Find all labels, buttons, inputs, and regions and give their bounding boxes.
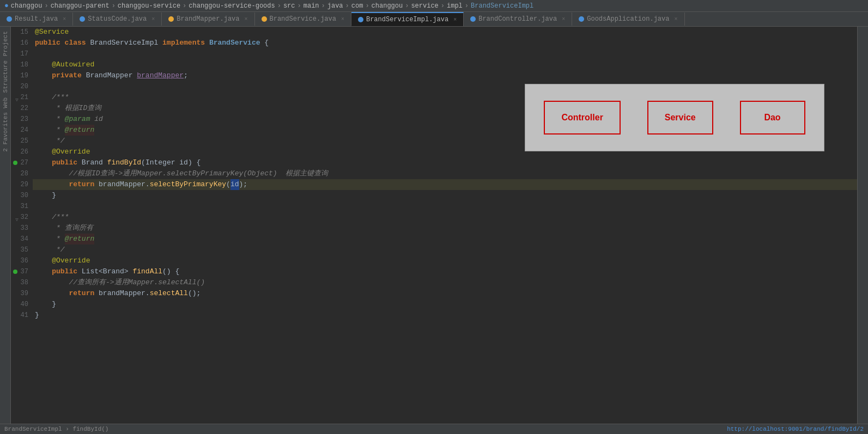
- line-num-20: 20: [11, 81, 28, 92]
- tab-brandservice-java[interactable]: BrandService.java ×: [255, 13, 351, 26]
- tab-close-brandmapper[interactable]: ×: [245, 16, 248, 22]
- title-bar: ● changgou › changgou-parent › changgou-…: [0, 0, 868, 12]
- sidebar-project[interactable]: Project: [2, 29, 9, 58]
- green-dot-37: [13, 270, 17, 274]
- tab-statuscode-java[interactable]: StatusCode.java ×: [73, 13, 162, 26]
- service-box[interactable]: Service: [647, 101, 713, 135]
- tab-bar: Result.java × StatusCode.java × BrandMap…: [0, 12, 868, 27]
- line-num-18: 18: [11, 59, 28, 70]
- breadcrumb-service: changgou-service: [118, 2, 180, 10]
- line-num-37: 37: [11, 266, 28, 277]
- breadcrumb-changgou2: changgou: [372, 2, 403, 10]
- breadcrumb-parent: changgou-parent: [51, 2, 110, 10]
- tab-result-java[interactable]: Result.java ×: [0, 13, 73, 26]
- code-line-40: }: [33, 299, 857, 310]
- line-num-22: 22: [11, 103, 28, 114]
- code-line-36: @Override: [33, 255, 857, 266]
- code-line-38: //查询所有->通用Mapper.selectAll(): [33, 277, 857, 288]
- line-num-38: 38: [11, 277, 28, 288]
- breadcrumb-impl: impl: [447, 2, 463, 10]
- code-line-31: [33, 201, 857, 212]
- bottom-url: http://localhost:9001/brand/findById/2: [727, 426, 864, 432]
- line-num-32: ▽32: [11, 212, 28, 223]
- line-num-36: 36: [11, 255, 28, 266]
- code-editor[interactable]: @Service public class BrandServiceImpl i…: [33, 27, 857, 424]
- line-num-39: 39: [11, 288, 28, 299]
- tab-close-brandcontroller[interactable]: ×: [562, 16, 565, 22]
- diagram-overlay: Controller Service Dao: [525, 84, 824, 151]
- left-sidebar: Project Structure Web 2 Favorites: [0, 27, 11, 424]
- sidebar-favorites[interactable]: 2 Favorites: [2, 110, 9, 154]
- line-num-25: 25: [11, 136, 28, 146]
- line-numbers: 151617181920▽2122232425262728293031▽3233…: [11, 27, 33, 424]
- tab-icon-brandcontroller: [470, 16, 476, 22]
- line-num-19: 19: [11, 70, 28, 81]
- tab-icon-result: [7, 16, 12, 22]
- line-num-23: 23: [11, 114, 28, 125]
- line-num-29: 29: [11, 179, 28, 190]
- code-line-32: /***: [33, 212, 857, 223]
- tab-icon-brandmapper: [168, 16, 174, 22]
- line-num-17: 17: [11, 48, 28, 59]
- line-num-40: 40: [11, 299, 28, 310]
- breadcrumb-svc: service: [411, 2, 438, 10]
- tab-icon-statuscode: [80, 16, 85, 22]
- tab-close-goodsapplication[interactable]: ×: [674, 16, 677, 22]
- line-num-35: 35: [11, 244, 28, 255]
- tab-close-statuscode[interactable]: ×: [151, 16, 155, 22]
- tab-close-brandservice[interactable]: ×: [341, 16, 344, 22]
- main-area: Project Structure Web 2 Favorites 151617…: [0, 27, 868, 424]
- code-line-18: @Autowired: [33, 59, 857, 70]
- breadcrumb-main: main: [304, 2, 319, 10]
- tab-brandmapper-java[interactable]: BrandMapper.java ×: [162, 13, 254, 26]
- code-line-27: public Brand findById(Integer id) {: [33, 157, 857, 168]
- controller-box[interactable]: Controller: [544, 101, 620, 135]
- code-line-30: }: [33, 190, 857, 201]
- line-num-21: ▽21: [11, 92, 28, 103]
- sidebar-structure[interactable]: Structure: [2, 58, 9, 95]
- tab-close-result[interactable]: ×: [63, 16, 66, 22]
- breadcrumb-changgou: changgou: [11, 2, 43, 10]
- tab-goodsapplication-java[interactable]: GoodsApplication.java ×: [572, 13, 684, 26]
- line-num-26: 26: [11, 146, 28, 157]
- code-line-29: return brandMapper.selectByPrimaryKey(id…: [33, 179, 857, 190]
- line-num-30: 30: [11, 190, 28, 201]
- bottom-bar: BrandServiceImpl › findById() http://loc…: [0, 424, 868, 434]
- green-dot-27: [13, 161, 17, 165]
- code-line-41: }: [33, 310, 857, 321]
- breadcrumb-java: java: [327, 2, 343, 10]
- code-line-33: * 查询所有: [33, 223, 857, 234]
- line-num-34: 34: [11, 234, 28, 244]
- project-icon: ●: [4, 2, 9, 10]
- code-line-35: */: [33, 244, 857, 255]
- line-num-15: 15: [11, 27, 28, 38]
- right-sidebar: [857, 27, 868, 424]
- tab-close-brandserviceimpl[interactable]: ×: [453, 17, 457, 23]
- code-line-17: [33, 48, 857, 59]
- code-line-28: //根据ID查询->通用Mapper.selectByPrimaryKey(Ob…: [33, 168, 857, 179]
- dao-box[interactable]: Dao: [740, 101, 805, 135]
- tab-brandcontroller-java[interactable]: BrandController.java ×: [464, 13, 572, 26]
- tab-icon-brandserviceimpl: [358, 17, 363, 22]
- code-line-15: @Service: [33, 27, 857, 38]
- line-num-27: 27: [11, 157, 28, 168]
- tab-brandserviceimpl-java[interactable]: BrandServiceImpl.java ×: [351, 12, 464, 26]
- line-num-41: 41: [11, 310, 28, 321]
- line-num-28: 28: [11, 168, 28, 179]
- fold-21[interactable]: ▽: [13, 95, 19, 100]
- code-line-16: public class BrandServiceImpl implements…: [33, 38, 857, 48]
- sidebar-web[interactable]: Web: [2, 95, 9, 111]
- code-content: @Service public class BrandServiceImpl i…: [33, 27, 857, 321]
- line-num-16: 16: [11, 38, 28, 48]
- breadcrumb-class: BrandServiceImpl: [471, 2, 533, 10]
- line-num-33: 33: [11, 223, 28, 234]
- tab-icon-brandservice: [262, 16, 267, 22]
- fold-32[interactable]: ▽: [13, 215, 19, 220]
- tab-icon-goodsapplication: [579, 16, 584, 22]
- line-num-31: 31: [11, 201, 28, 212]
- bottom-breadcrumb: BrandServiceImpl › findById(): [4, 426, 108, 432]
- breadcrumb-goods: changgou-service-goods: [189, 2, 275, 10]
- code-line-19: private BrandMapper brandMapper;: [33, 70, 857, 81]
- code-line-34: * @return: [33, 234, 857, 244]
- breadcrumb-com: com: [351, 2, 363, 10]
